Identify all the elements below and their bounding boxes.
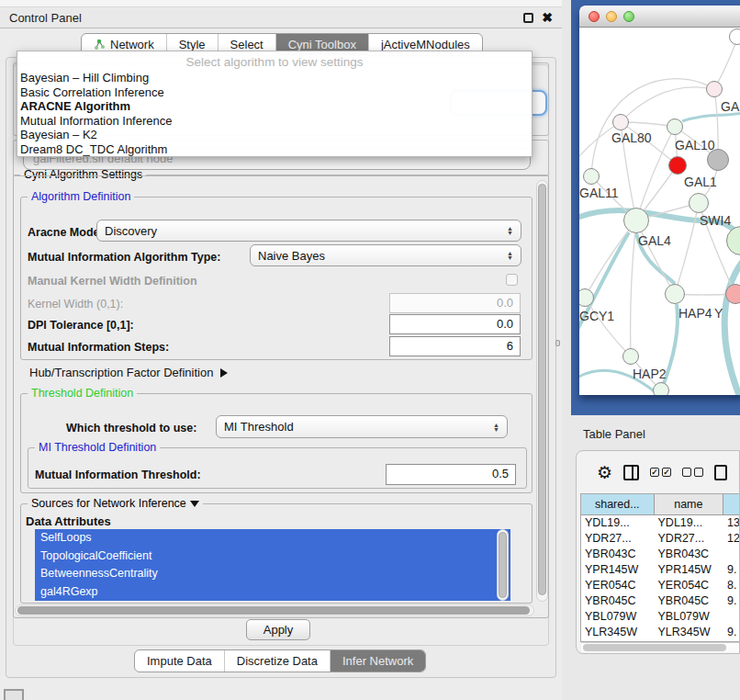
- column-header[interactable]: name: [655, 494, 724, 514]
- table-cell: YBL079W: [655, 609, 724, 625]
- attribute-list-item[interactable]: BetweennessCentrality: [35, 565, 510, 583]
- hub-definition-expander[interactable]: Hub/Transcription Factor Definition: [29, 366, 228, 379]
- bottom-left-widget[interactable]: [4, 689, 24, 700]
- node-swi4[interactable]: [689, 193, 709, 213]
- tab-impute-data[interactable]: Impute Data: [135, 650, 224, 672]
- document-icon[interactable]: [714, 465, 727, 480]
- node-label: Y: [714, 306, 723, 321]
- manual-kernel-width-checkbox[interactable]: [506, 274, 518, 286]
- table-cell: YDL19...: [581, 515, 655, 531]
- table-row[interactable]: YPR145WYPR145W9.: [581, 562, 740, 578]
- table-row[interactable]: YER054CYER054C8.: [581, 578, 740, 593]
- data-attributes-list[interactable]: SelfLoopsTopologicalCoefficientBetweenne…: [35, 529, 510, 601]
- aracne-mode-combobox[interactable]: Discovery ▲▼: [96, 220, 521, 242]
- table-panel-title: Table Panel: [583, 427, 645, 441]
- node-label: GAL80: [611, 130, 652, 145]
- node-label: SWI4: [700, 213, 731, 228]
- node[interactable]: [707, 149, 729, 171]
- dpi-tolerance-label: DPI Tolerance [0,1]:: [28, 319, 134, 332]
- table-row[interactable]: YBR043CYBR043C: [581, 547, 740, 562]
- node-hap2[interactable]: [622, 348, 639, 365]
- zoom-traffic-light-icon[interactable]: [623, 11, 634, 22]
- sources-title: Sources for Network Inference: [28, 497, 203, 510]
- algorithm-dropdown-popup: Select algorithm to view settings Bayesi…: [17, 51, 533, 157]
- attribute-list-item[interactable]: gal4RGexp: [35, 583, 510, 602]
- window-top-strip: [0, 0, 569, 7]
- apply-button[interactable]: Apply: [246, 619, 310, 640]
- node-gal80[interactable]: [612, 114, 629, 130]
- node-gal11[interactable]: [583, 168, 600, 185]
- dpi-tolerance-field[interactable]: 0.0: [389, 314, 521, 334]
- table-toolbar: ⚙ ✓✓: [577, 451, 739, 493]
- minimize-traffic-light-icon[interactable]: [606, 11, 617, 22]
- dropdown-item[interactable]: Dream8 DC_TDC Algorithm: [17, 141, 532, 156]
- table-cell: YDR27...: [581, 531, 655, 547]
- kernel-width-field[interactable]: 0.0: [389, 293, 521, 313]
- combo-arrows-icon: ▲▼: [507, 226, 513, 235]
- attribute-list-item[interactable]: TopologicalCoefficient: [35, 548, 510, 566]
- mi-steps-label: Mutual Information Steps:: [28, 341, 169, 354]
- mi-algorithm-type-label: Mutual Information Algorithm Type:: [28, 251, 220, 264]
- node-table[interactable]: shared...name YDL19...YDL19...13YDR27...…: [580, 493, 740, 642]
- node-hap4[interactable]: [665, 284, 685, 304]
- table-cell: YDL19...: [655, 515, 724, 531]
- attribute-list-item[interactable]: SelfLoops: [35, 529, 510, 548]
- tab-infer-network[interactable]: Infer Network: [330, 650, 425, 672]
- node-y[interactable]: [725, 284, 740, 304]
- node[interactable]: [653, 382, 669, 395]
- deselect-all-checkboxes-icon[interactable]: [682, 468, 703, 477]
- table-cell: YPR145W: [581, 562, 655, 578]
- node-label: HAP2: [633, 367, 667, 381]
- dropdown-item[interactable]: Mutual Information Inference: [17, 113, 532, 128]
- columns-icon[interactable]: [623, 465, 639, 480]
- close-icon[interactable]: ✖: [542, 13, 553, 23]
- dropdown-item[interactable]: ARACNE Algorithm: [17, 98, 532, 113]
- cyni-bottom-tabbar: Impute Data Discretize Data Infer Networ…: [134, 649, 426, 672]
- network-window-titlebar: [579, 6, 740, 28]
- which-threshold-combobox[interactable]: MI Threshold ▲▼: [216, 415, 508, 438]
- node[interactable]: [729, 28, 740, 45]
- attr-list-scrollbar[interactable]: [497, 529, 509, 601]
- collapse-down-icon: [190, 501, 199, 507]
- dropdown-item[interactable]: Bayesian – Hill Climbing: [17, 70, 532, 85]
- mi-threshold-field[interactable]: 0.5: [386, 464, 516, 485]
- table-row[interactable]: YDR27...YDR27...12: [581, 531, 740, 547]
- control-panel-titlebar: Control Panel ✖: [0, 7, 562, 28]
- table-cell: 8.: [723, 578, 740, 593]
- table-row[interactable]: YBL079WYBL079W: [581, 609, 740, 625]
- mi-steps-field[interactable]: 6: [389, 336, 521, 356]
- dropdown-placeholder: Select algorithm to view settings: [17, 51, 532, 70]
- column-header[interactable]: [723, 494, 740, 514]
- column-header[interactable]: shared...: [581, 494, 655, 514]
- table-row[interactable]: YBR045CYBR045C9.: [581, 593, 740, 609]
- node-gal[interactable]: [706, 81, 723, 97]
- float-window-icon[interactable]: [523, 13, 533, 23]
- settings-vertical-scrollbar[interactable]: [536, 180, 548, 602]
- dropdown-item[interactable]: Basic Correlation Inference: [17, 85, 532, 99]
- table-row[interactable]: YDL19...YDL19...13: [581, 515, 740, 531]
- node-gal1[interactable]: [668, 156, 687, 175]
- table-cell: YLR345W: [581, 625, 655, 640]
- combo-arrows-icon: ▲▼: [493, 423, 499, 432]
- table-cell: 9.: [723, 593, 740, 609]
- mi-algorithm-type-combobox[interactable]: Naive Bayes ▲▼: [250, 244, 521, 266]
- panel-splitter-handle[interactable]: [555, 340, 560, 346]
- table-cell: YBL079W: [581, 609, 655, 625]
- node-label: GAL11: [579, 186, 619, 200]
- settings-horizontal-scrollbar[interactable]: [15, 604, 534, 616]
- network-icon: [94, 39, 106, 51]
- gear-icon[interactable]: ⚙: [597, 462, 612, 483]
- dropdown-item[interactable]: Bayesian – K2: [17, 127, 532, 141]
- network-view-window: GALGAL80GAL10GAL1GAL11SWI4GAL4GCY1HAP4YH…: [579, 6, 740, 395]
- close-traffic-light-icon[interactable]: [589, 11, 600, 22]
- table-horizontal-scrollbar[interactable]: [581, 642, 740, 652]
- table-cell: YBR043C: [581, 547, 655, 562]
- node-gal4[interactable]: [623, 208, 649, 233]
- node-label: GCY1: [579, 309, 614, 323]
- select-all-checkboxes-icon[interactable]: ✓✓: [650, 468, 671, 477]
- table-row[interactable]: YLR345WYLR345W9.: [581, 625, 740, 640]
- table-cell: YBR045C: [655, 593, 724, 609]
- network-canvas[interactable]: GALGAL80GAL10GAL1GAL11SWI4GAL4GCY1HAP4YH…: [579, 28, 740, 395]
- node-gal10[interactable]: [667, 119, 683, 135]
- tab-discretize-data[interactable]: Discretize Data: [224, 650, 330, 672]
